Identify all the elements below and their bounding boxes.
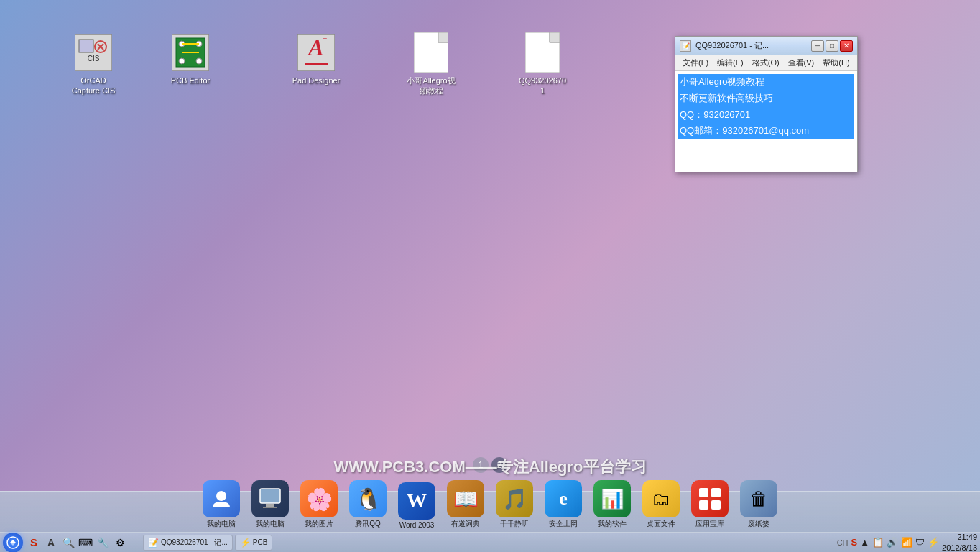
clock-time: 21:49 [942,532,977,542]
maximize-button[interactable]: □ [826,40,838,52]
notepad-title: QQ932026701 - 记... [695,40,810,51]
video-icon-image [411,32,451,73]
separator [137,535,137,550]
notepad-titlebar[interactable]: 📝 QQ932026701 - 记... ─ □ ✕ [675,37,857,55]
page-dot-1[interactable]: 1 [473,457,489,473]
pcb-icon-image [170,32,211,73]
notepad-window[interactable]: 📝 QQ932026701 - 记... ─ □ ✕ 文件(F) 编辑(E) 格… [675,36,858,172]
svg-rect-20 [438,32,448,42]
music-icon: 🎵 [496,480,533,518]
dock-label-trash: 废纸篓 [748,519,769,529]
dock-label-desktop-files: 桌面文件 [647,519,675,529]
quick-icon-a[interactable]: A [43,535,59,551]
quick-icon-gear[interactable]: ⚙ [112,535,128,551]
taskbar-btn-notepad[interactable]: 📝 QQ932026701 - 记... [143,535,233,551]
svg-point-24 [216,491,226,501]
dock-item-excel[interactable]: 📊 我的软件 [591,480,634,529]
tray-clipboard[interactable]: 📋 [872,537,884,548]
quick-icon-wrench[interactable]: 🔧 [95,535,111,551]
quick-icon-search[interactable]: 🔍 [60,535,76,551]
desktop-icon-pcb[interactable]: PCB Editor [158,32,223,86]
system-tray: CH S ▲ 📋 🔊 📶 🛡 ⚡ 21:49 2012/8/13 [837,532,977,552]
apps-icon [691,480,729,518]
tray-arrow[interactable]: ▲ [860,537,869,548]
notepad-line-4: QQ邮箱：932026701@qq.com [678,123,854,139]
quick-icon-sb[interactable]: S [26,535,42,551]
taskbar-btn-pcb[interactable]: ⚡ PCB [235,535,273,551]
book-icon: 📖 [447,480,484,518]
dock-item-contacts[interactable]: 我的电脑 [200,480,243,529]
word-icon: W [398,482,435,520]
taskbar: 我的电脑 我的电脑 🌸 我的图片 🐧 腾讯QQ W [0,491,980,552]
svg-text:A: A [307,34,323,60]
menu-file[interactable]: 文件(F) [678,56,713,70]
trash-icon: 🗑 [740,480,777,518]
page-dot-2[interactable]: 2 [491,457,507,473]
svg-rect-29 [711,488,721,497]
desktop-icon-pad[interactable]: A ‾ Pad Designer [284,32,348,86]
dock-item-desktop-files[interactable]: 🗂 桌面文件 [639,480,683,529]
dock-item-word[interactable]: W Word 2003 [395,482,438,529]
dock-label-word: Word 2003 [399,521,435,529]
notepad-line-1: 小哥Allegro视频教程 [678,74,854,91]
bottom-bar: S A 🔍 ⌨ 🔧 ⚙ 📝 QQ932026701 - 记... ⚡ PCB [0,532,980,552]
close-button[interactable]: ✕ [840,40,853,52]
tray-network[interactable]: 📶 [901,537,912,548]
tray-power[interactable]: ⚡ [928,537,939,548]
desktop-icon-orcad[interactable]: CIS OrCAD Capture CIS [61,32,126,96]
dock-item-monitor[interactable]: 我的电脑 [249,480,292,529]
desktop-icon-qq[interactable]: QQ93202670 1 [510,32,575,96]
tray-volume[interactable]: 🔊 [887,537,898,548]
dock-label-ie: 安全上网 [549,519,578,529]
start-button[interactable] [3,533,23,553]
svg-rect-28 [699,488,708,497]
minimize-button[interactable]: ─ [811,40,824,52]
tray-ch[interactable]: CH [837,538,849,547]
pad-icon-label: Pad Designer [292,75,341,86]
svg-rect-31 [711,500,721,510]
notepad-line-3: QQ：932026701 [678,107,854,124]
quick-launch: S A 🔍 ⌨ 🔧 ⚙ [26,535,128,551]
notepad-line-2: 不断更新软件高级技巧 [678,91,854,107]
dock-item-book[interactable]: 📖 有道词典 [444,480,487,529]
svg-text:CIS: CIS [88,55,100,63]
desktop-icon-video[interactable]: 小哥Allegro视 频教程 [399,32,463,96]
dock-item-apps[interactable]: 应用宝库 [688,480,731,529]
orcad-icon-image: CIS [73,32,114,73]
dock-label-monitor: 我的电脑 [256,519,285,529]
photos-icon: 🌸 [300,480,338,518]
menu-help[interactable]: 帮助(H) [818,56,854,70]
dock-label-contacts: 我的电脑 [207,519,236,529]
tray-shield[interactable]: 🛡 [915,537,925,548]
pcb-icon-label: PCB Editor [171,75,210,86]
clock: 21:49 2012/8/13 [942,532,977,552]
dock-item-music[interactable]: 🎵 千千静听 [493,480,536,529]
dock-label-music: 千千静听 [500,519,529,529]
dock-item-ie[interactable]: e 安全上网 [542,480,585,529]
qq-dock-icon: 🐧 [349,480,387,518]
svg-point-10 [179,58,185,64]
menu-format[interactable]: 格式(O) [748,56,784,70]
menu-view[interactable]: 查看(V) [784,56,819,70]
pad-icon-image: A ‾ [296,32,336,73]
video-icon-label: 小哥Allegro视 频教程 [407,75,455,96]
desktop-files-icon: 🗂 [642,480,680,518]
ie-icon: e [545,480,582,518]
menu-edit[interactable]: 编辑(E) [713,56,748,70]
quick-icon-keyboard[interactable]: ⌨ [78,535,93,551]
dock-item-qq[interactable]: 🐧 腾讯QQ [346,480,389,529]
excel-icon: 📊 [593,480,631,518]
svg-rect-30 [699,500,708,510]
notepad-title-icon: 📝 [680,40,691,52]
notepad-content[interactable]: 小哥Allegro视频教程 不断更新软件高级技巧 QQ：932026701 QQ… [675,71,857,172]
dock-label-apps: 应用宝库 [695,519,724,529]
dock-item-trash[interactable]: 🗑 废纸篓 [737,480,780,529]
dock-item-photos[interactable]: 🌸 我的图片 [297,480,341,529]
clock-date: 2012/8/13 [942,543,977,553]
tray-s[interactable]: S [851,537,858,548]
svg-rect-1 [79,40,93,52]
notepad-menubar: 文件(F) 编辑(E) 格式(O) 查看(V) 帮助(H) [675,55,857,71]
orcad-icon-label: OrCAD Capture CIS [72,75,116,96]
svg-rect-23 [550,32,560,42]
dock-label-qq: 腾讯QQ [355,519,381,529]
